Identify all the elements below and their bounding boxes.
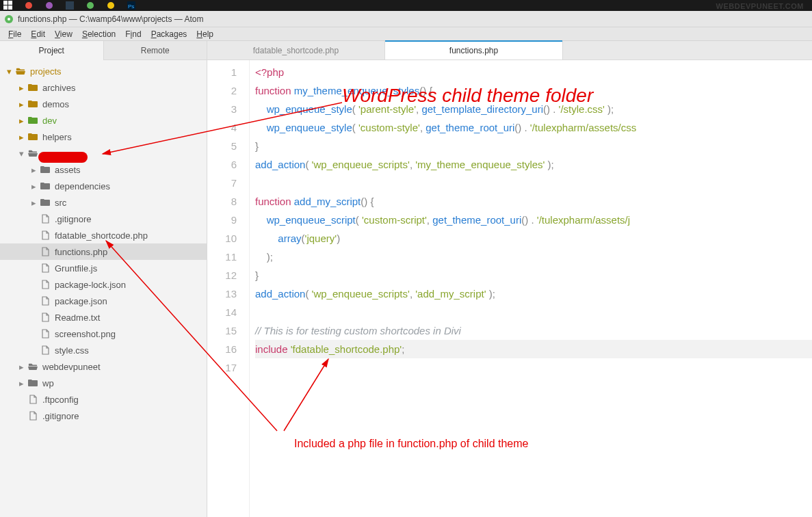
menu-file[interactable]: File (4, 29, 25, 40)
tree-file[interactable]: package.json (0, 293, 207, 309)
menu-packages[interactable]: Packages (147, 29, 192, 40)
tree-file[interactable]: style.css (0, 342, 207, 358)
tree-folder-redacted[interactable]: ▾ (0, 145, 207, 161)
tree-file[interactable]: Readme.txt (0, 309, 207, 326)
tree-item-label: Gruntfile.js (55, 263, 97, 274)
tree-folder[interactable]: ▸ dependencies (0, 178, 207, 194)
folder-icon (27, 98, 38, 109)
tree-folder[interactable]: ▸ helpers (0, 129, 207, 145)
panel-tabs: Project Remote (0, 41, 207, 60)
task-icon-3[interactable] (64, 0, 75, 11)
tree-root-label: projects (30, 66, 62, 77)
editor-tabs: fdatable_shortcode.php functions.php (207, 41, 812, 60)
windows-start-icon[interactable] (3, 0, 14, 11)
svg-text:Ps: Ps (128, 3, 134, 10)
folder-open-icon (15, 66, 26, 77)
editor: fdatable_shortcode.php functions.php 123… (207, 41, 812, 517)
svg-point-7 (87, 2, 94, 9)
menu-selection[interactable]: Selection (78, 29, 120, 40)
chevron-right-icon: ▸ (29, 165, 38, 174)
chevron-right-icon: ▸ (16, 99, 26, 109)
svg-rect-3 (8, 5, 12, 10)
tree-folder[interactable]: ▸ dev (0, 112, 207, 129)
tree-item-label: screenshot.png (55, 329, 116, 339)
panel-tab-remote[interactable]: Remote (103, 41, 207, 60)
redaction-mark (38, 152, 88, 163)
svg-point-5 (46, 2, 53, 9)
window-title: functions.php — C:\wamp64\www\projects —… (18, 14, 203, 24)
tree-item-label: assets (55, 165, 81, 175)
tree-item-label: .gitignore (55, 214, 91, 224)
tree-file[interactable]: .ftpconfig (0, 391, 207, 408)
chrome-taskbar-icon[interactable] (105, 0, 116, 11)
line-gutter: 1234567891011121314151617 (207, 60, 250, 517)
tree-item-label: webdevpuneet (42, 362, 101, 372)
editor-tab-active[interactable]: functions.php (385, 41, 563, 59)
panel-tab-project[interactable]: Project (0, 41, 103, 60)
svg-rect-1 (8, 1, 12, 5)
chevron-right-icon: ▸ (16, 83, 26, 92)
menu-edit[interactable]: Edit (27, 29, 49, 40)
task-icon-1[interactable] (23, 0, 34, 11)
os-taskbar: Ps (0, 0, 812, 11)
svg-rect-6 (66, 1, 74, 10)
main-split: Project Remote ▾ projects ▸ archives ▸ d… (0, 41, 812, 517)
task-icon-2[interactable] (44, 0, 55, 11)
tree-folder[interactable]: ▸ demos (0, 96, 207, 112)
tree-root[interactable]: ▾ projects (0, 63, 207, 79)
tree-folder[interactable]: ▸ archives (0, 79, 207, 96)
code-content[interactable]: <?phpfunction my_theme_enqueue_styles() … (250, 60, 812, 517)
tree-item-label: package-lock.json (55, 280, 126, 290)
chevron-right-icon: ▸ (29, 181, 38, 191)
file-icon (40, 263, 51, 274)
file-icon (40, 345, 51, 356)
chevron-right-icon: ▸ (16, 362, 26, 371)
tree-folder[interactable]: ▸ wp (0, 375, 207, 391)
tree-file[interactable]: screenshot.png (0, 326, 207, 342)
file-icon (40, 246, 51, 257)
chevron-down-icon: ▾ (4, 66, 14, 76)
menubar: File Edit View Selection Find Packages H… (0, 27, 812, 41)
atom-taskbar-icon[interactable] (85, 0, 96, 11)
file-icon (40, 328, 51, 339)
tree-folder[interactable]: ▸ assets (0, 161, 207, 178)
tree-item-label: functions.php (55, 247, 107, 257)
tree-file[interactable]: .gitignore (0, 408, 207, 424)
tree-file[interactable]: package-lock.json (0, 276, 207, 293)
atom-app-icon (4, 14, 14, 24)
menu-find[interactable]: Find (121, 29, 145, 40)
tree-folder[interactable]: ▸ webdevpuneet (0, 358, 207, 375)
chevron-right-icon: ▸ (16, 378, 26, 388)
tree-file[interactable]: .gitignore (0, 211, 207, 227)
menu-view[interactable]: View (51, 29, 77, 40)
tree-item-label: dependencies (55, 181, 110, 191)
svg-rect-0 (3, 1, 8, 5)
folder-icon (40, 181, 51, 191)
chevron-right-icon: ▸ (29, 198, 38, 207)
editor-tab[interactable]: fdatable_shortcode.php (207, 41, 385, 59)
folder-icon (40, 197, 51, 208)
folder-open-icon (27, 361, 38, 372)
file-icon (27, 394, 38, 405)
ps-taskbar-icon[interactable]: Ps (126, 0, 137, 11)
folder-icon (27, 82, 38, 93)
tree-folder[interactable]: ▸ src (0, 194, 207, 211)
site-label: WEBDEVPUNEET.COM (716, 2, 804, 10)
tree-file-selected[interactable]: functions.php (0, 243, 207, 260)
window-titlebar: functions.php — C:\wamp64\www\projects —… (0, 11, 812, 27)
file-tree: ▾ projects ▸ archives ▸ demos ▸ dev (0, 60, 207, 427)
menu-help[interactable]: Help (192, 29, 218, 40)
tree-item-label: wp (42, 378, 54, 388)
tree-file[interactable]: Gruntfile.js (0, 260, 207, 276)
tree-file[interactable]: fdatable_shortcode.php (0, 227, 207, 243)
tree-item-label: fdatable_shortcode.php (55, 230, 148, 241)
chevron-right-icon: ▸ (16, 132, 26, 142)
svg-rect-2 (3, 5, 8, 10)
tree-item-label: src (55, 198, 66, 208)
folder-icon (27, 115, 38, 126)
tree-item-label: Readme.txt (55, 313, 100, 323)
tree-item-label: style.css (55, 345, 89, 356)
code-area[interactable]: 1234567891011121314151617 <?phpfunction … (207, 60, 812, 517)
tree-item-label: .ftpconfig (42, 395, 79, 405)
sidebar: Project Remote ▾ projects ▸ archives ▸ d… (0, 41, 207, 517)
